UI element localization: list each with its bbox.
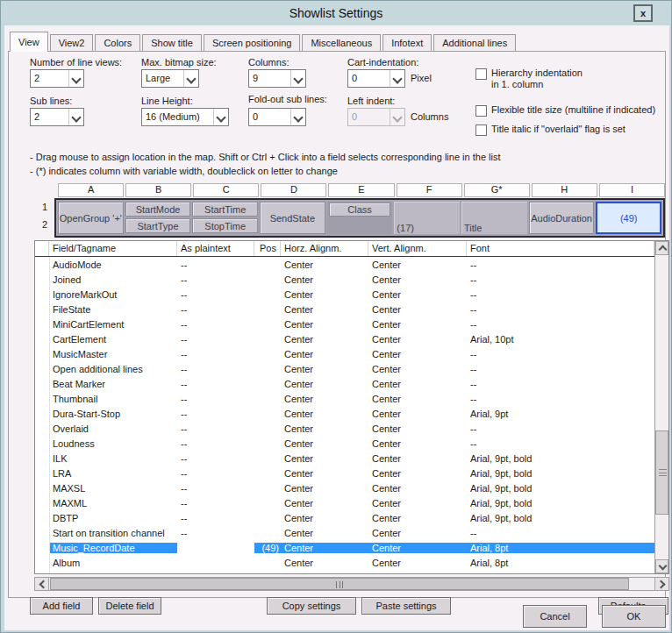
vertical-scrollbar[interactable] [654,241,668,573]
flexible-title-checkbox[interactable]: Flexible title size (multiline if indica… [475,104,664,117]
tab-additional-lines[interactable]: Additional lines [433,34,516,52]
table-row[interactable]: Joined--CenterCenter-- [35,272,654,287]
table-row[interactable]: AudioMode--CenterCenter-- [35,257,654,272]
map-cell-audioduration[interactable]: AudioDuration [529,202,595,234]
table-row[interactable]: Start on transition channel--CenterCente… [35,525,654,540]
map-cell-sendstate[interactable]: SendState [260,202,325,234]
map-cell-stoptime[interactable]: StopTime [192,218,258,233]
map-cell-pos49-selected[interactable]: (49) [596,202,661,234]
table-row[interactable]: Thumbnail--CenterCenter-- [35,391,654,406]
map-letter-e[interactable]: E [328,183,394,197]
table-row[interactable]: Dura-Start-Stop--CenterCenterArial, 9pt [35,406,654,421]
map-cell-opengroup[interactable]: OpenGroup '+' [58,202,124,234]
map-cell-class-block[interactable]: Class [327,202,393,234]
ok-button[interactable]: OK [602,605,666,628]
table-row[interactable]: FileState--CenterCenter-- [35,302,654,316]
map-letter-c[interactable]: C [193,183,259,197]
table-row[interactable]: MusicMaster--CenterCenter-- [35,346,654,361]
chevron-down-icon[interactable] [68,109,83,125]
checkbox-box[interactable] [475,68,487,80]
header-field-tagname[interactable]: Field/Tagname [49,241,177,256]
header-vert-alignm[interactable]: Vert. Alignm. [368,241,467,256]
vertical-scroll-thumb[interactable] [655,430,668,515]
header-as-plaintext[interactable]: As plaintext [177,241,254,256]
title-italic-checkbox[interactable]: Title italic if "overlaid" flag is set [475,124,664,136]
chevron-down-icon[interactable] [290,109,305,125]
table-row[interactable]: ✔Music_RecordDate(49)CenterCenterArial, … [35,540,654,555]
copy-settings-button[interactable]: Copy settings [267,597,356,615]
tab-view2[interactable]: View2 [50,34,94,52]
hierarchy-indentation-checkbox[interactable]: Hierarchy indentation in 1. column [475,68,651,90]
map-cell-pos17[interactable]: (17) [394,202,460,234]
table-row[interactable]: LRA--CenterCenterArial, 9pt, bold [35,466,654,480]
scroll-up-icon[interactable] [655,241,668,255]
columns-suffix-label: Columns [411,111,448,122]
tab-infotext[interactable]: Infotext [382,34,432,52]
cart-indentation-select[interactable]: 0 [347,69,405,88]
table-row[interactable]: MAXSL--CenterCenterArial, 9pt, bold [35,480,654,495]
table-row[interactable]: Beat Marker--CenterCenter-- [35,376,654,391]
bitmap-size-select[interactable]: Large [141,69,199,88]
table-row[interactable]: MiniCartElement--CenterCenter-- [35,316,654,331]
chevron-down-icon[interactable] [213,109,228,125]
tab-screen-positioning[interactable]: Screen positioning [204,34,301,52]
map-letter-g-star[interactable]: G* [464,183,530,197]
table-row[interactable]: IgnoreMarkOut--CenterCenter-- [35,287,654,302]
scroll-right-icon[interactable] [654,578,668,590]
checkbox-box[interactable] [475,105,487,117]
map-letter-h[interactable]: H [532,183,597,197]
fold-out-select[interactable]: 0 [248,108,306,126]
line-views-select[interactable]: 2 [30,69,84,88]
header-pos[interactable]: Pos [254,241,281,256]
row-horz-cell: Center [281,274,368,285]
map-cell-startmode[interactable]: StartMode [125,202,191,217]
close-icon[interactable]: x [633,4,653,22]
map-cell-class[interactable]: Class [329,203,391,217]
checkbox-label: Title italic if "overlaid" flag is set [491,124,626,136]
sub-lines-select[interactable]: 2 [30,108,84,126]
map-letter-b[interactable]: B [125,183,191,197]
columns-select[interactable]: 9 [248,69,306,88]
table-row[interactable]: DBTP--CenterCenterArial, 9pt, bold [35,510,654,525]
map-letter-i[interactable]: I [599,183,665,197]
row-plain-cell: -- [177,379,254,389]
horizontal-scroll-thumb[interactable] [50,578,629,590]
chevron-down-icon[interactable] [390,70,404,87]
tab-show-title[interactable]: Show title [142,34,202,52]
map-letter-a[interactable]: A [58,183,124,197]
scroll-down-icon[interactable] [655,559,668,573]
checkbox-box[interactable] [475,124,487,136]
map-cell-starttype[interactable]: StartType [125,218,191,233]
paste-settings-button[interactable]: Paste settings [361,597,451,615]
pixel-suffix-label: Pixel [411,73,432,83]
tab-view[interactable]: View [10,32,48,52]
line-views-value: 2 [31,70,68,87]
table-row[interactable]: MAXML--CenterCenterArial, 9pt, bold [35,495,654,510]
tab-miscellaneous[interactable]: Miscellaneous [302,34,381,52]
table-row[interactable]: CartElement--CenterCenterArial, 10pt [35,331,654,346]
row-plain-cell: -- [177,394,254,404]
horizontal-scrollbar[interactable] [34,577,669,591]
chevron-down-icon[interactable] [68,70,83,87]
chevron-down-icon[interactable] [183,70,198,87]
line-height-select[interactable]: 16 (Medium) [141,108,229,126]
chevron-down-icon[interactable] [290,70,305,87]
row-vert-cell: Center [368,558,467,568]
table-row[interactable]: Open additional lines--CenterCenter-- [35,361,654,376]
cancel-button[interactable]: Cancel [523,605,587,628]
table-row[interactable]: Loudness--CenterCenter-- [35,436,654,451]
map-cell-title[interactable]: Title [461,202,527,234]
map-cell-starttime[interactable]: StartTime [192,202,258,217]
delete-field-button[interactable]: Delete field [98,597,161,615]
tab-colors[interactable]: Colors [95,34,140,52]
table-row[interactable]: Overlaid--CenterCenter-- [35,421,654,436]
header-font[interactable]: Font [467,241,654,256]
row-font-cell: -- [467,319,654,330]
header-horz-alignm[interactable]: Horz. Alignm. [281,241,368,256]
map-letter-f[interactable]: F [397,183,462,197]
map-letter-d[interactable]: D [261,183,326,197]
table-row[interactable]: AlbumCenterCenterArial, 8pt [35,555,654,570]
scroll-left-icon[interactable] [35,578,49,590]
table-row[interactable]: ILK--CenterCenterArial, 9pt, bold [35,451,654,466]
add-field-button[interactable]: Add field [30,597,93,615]
